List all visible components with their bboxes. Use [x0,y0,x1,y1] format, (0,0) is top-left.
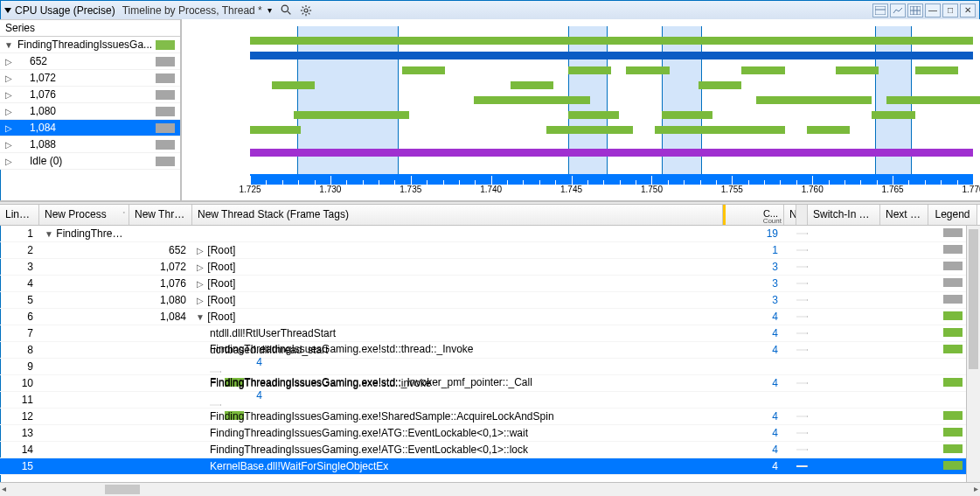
cell-count: 19 [726,227,784,241]
table-row[interactable]: 51,080▷ [Root]3 [0,292,980,309]
timeline-chart[interactable] [250,26,973,176]
layout-table-icon[interactable] [907,3,923,17]
expand-icon[interactable]: ▷ [3,123,14,133]
cell-stack: FindingThreadingIssuesGaming.exe!SharedS… [192,409,723,423]
col-legend[interactable]: Legend [928,205,977,225]
svg-line-10 [309,6,310,8]
cell-thread: 1,076 [129,276,192,290]
col-thread-stack[interactable]: New Thread Stack (Frame Tags) [192,205,723,225]
expand-icon[interactable]: ▷ [196,296,205,305]
col-new-thread[interactable]: New Threa... [129,205,192,225]
svg-point-0 [282,5,288,11]
minimize-icon[interactable]: — [925,3,941,17]
cell-process [39,349,129,351]
series-label: 1,076 [14,88,156,101]
table-row[interactable]: 31,072▷ [Root]3 [0,259,980,276]
series-swatch [156,157,175,166]
cell-thread [129,416,192,417]
cell-count: 4 [726,459,784,473]
expand-icon[interactable]: ▼ [196,312,205,322]
col-next-switch[interactable]: Next S... [880,205,928,225]
series-label: 1,084 [14,122,156,134]
timeline-ruler[interactable] [250,174,973,185]
timeline-segment [915,66,959,74]
cell-process [39,332,129,334]
col-line[interactable]: Line # [0,205,39,225]
expand-icon[interactable]: ▷ [3,107,14,116]
cell-stack: ▷ [Root] [192,293,723,307]
timeline-segment [886,96,980,104]
svg-rect-11 [875,6,886,15]
expand-icon[interactable]: ▷ [196,262,205,272]
cell-process [39,465,129,467]
cell-line: 7 [0,326,39,340]
vertical-scrollbar[interactable] [966,226,980,482]
expand-icon[interactable]: ▷ [196,246,205,255]
timeline-segment [699,81,742,89]
expand-icon[interactable]: ▷ [3,73,14,83]
table-row[interactable]: 2652▷ [Root]1 [0,242,980,259]
series-row[interactable]: ▷1,084 [0,120,180,136]
table-row[interactable]: 7ntdll.dll!RtlUserThreadStart4 [0,325,980,342]
series-row[interactable]: ▷1,088 [0,136,180,153]
cell-line: 5 [0,293,39,307]
cell-thread [129,465,192,467]
tick-label: 1.735 [400,185,421,194]
close-icon[interactable]: ✕ [960,3,976,17]
cell-line: 9 [0,360,39,374]
table-row[interactable]: 1▼ FindingThrea...19 [0,226,980,242]
expand-icon[interactable]: ▷ [3,157,14,166]
expand-icon[interactable]: ▷ [3,140,14,150]
cell-process [39,399,129,401]
series-row[interactable]: ▼FindingThreadingIssuesGa... [0,37,180,53]
expand-icon[interactable]: ▷ [196,279,205,289]
view-selector[interactable]: Timeline by Process, Thread * [122,4,262,17]
series-row[interactable]: ▷652 [0,53,180,70]
cell-line: 14 [0,443,39,457]
cell-process [39,316,129,318]
timeline-segment [568,111,619,119]
series-row[interactable]: ▷1,072 [0,70,180,87]
col-new-process[interactable]: New Process◦ [39,205,129,225]
cell-count: 1 [726,243,784,257]
expand-icon[interactable]: ▼ [45,229,53,239]
cell-line: 6 [0,310,39,324]
table-row[interactable]: 12FindingThreadingIssuesGaming.exe!Share… [0,409,980,425]
table-row[interactable]: 9FindingThreadingIssuesGaming.exe!std::t… [0,359,980,375]
cell-thread [129,399,192,401]
table-row[interactable]: 61,084▼ [Root]4 [0,309,980,325]
layout-chart-icon[interactable] [890,3,906,17]
col-switch-in[interactable]: Switch-In Ti... [808,205,880,225]
col-n[interactable]: N [784,205,796,225]
table-row[interactable]: 11FindingThreadingIssuesGaming.exe!std::… [0,392,980,409]
cell-stack: KernelBase.dll!WaitForSingleObjectEx [192,459,723,473]
cell-line: 4 [0,276,39,290]
table-row[interactable]: 15KernelBase.dll!WaitForSingleObjectEx4 [0,458,980,475]
dropdown-icon[interactable]: ▾ [268,5,272,15]
cell-count: 4 [726,310,784,324]
series-row[interactable]: ▷1,080 [0,103,180,120]
col-count[interactable]: C...Count [726,205,784,225]
table-row[interactable]: 41,076▷ [Root]3 [0,276,980,292]
cell-stack: ▷ [Root] [192,243,723,257]
maximize-icon[interactable]: □ [942,3,958,17]
gear-icon[interactable] [299,3,313,17]
col-gap [796,205,808,225]
horizontal-scrollbar[interactable]: ◂▸ [0,482,980,496]
expand-icon[interactable]: ▼ [3,40,14,50]
cell-stack: ▷ [Root] [192,276,723,290]
expand-icon[interactable]: ▷ [3,57,14,66]
series-row[interactable]: ▷Idle (0) [0,153,180,170]
series-label: 1,080 [14,105,156,117]
layout-both-icon[interactable] [872,3,888,17]
search-icon[interactable] [280,3,294,17]
cell-thread [129,233,192,234]
expand-icon[interactable]: ▷ [3,90,14,100]
cell-count: 4 [726,443,784,457]
cell-process [39,432,129,434]
cell-count: 4 [726,326,784,340]
table-row[interactable]: 14FindingThreadingIssuesGaming.exe!ATG::… [0,442,980,458]
series-row[interactable]: ▷1,076 [0,87,180,103]
table-row[interactable]: 13FindingThreadingIssuesGaming.exe!ATG::… [0,425,980,442]
collapse-icon[interactable] [4,8,11,13]
